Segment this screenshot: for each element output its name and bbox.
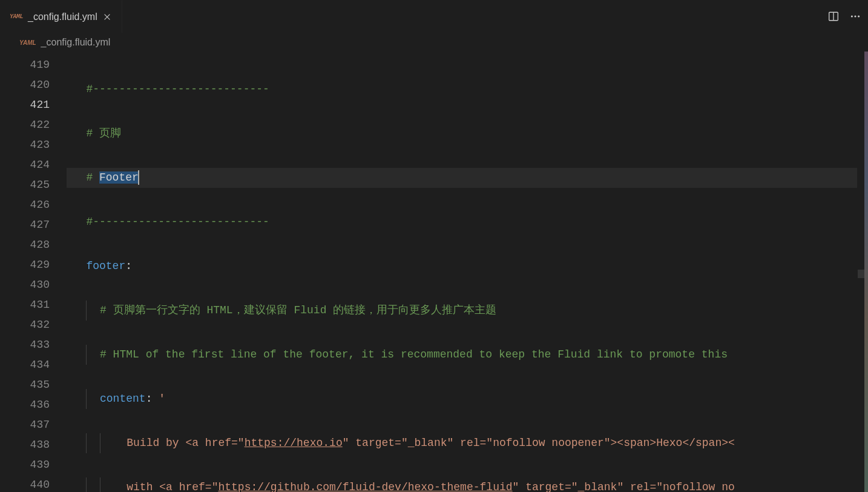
line-number: 438 [0, 435, 67, 455]
code-text: #--------------------------- [86, 216, 269, 228]
file-type-icon: YAML [19, 39, 36, 46]
code-text: https://hexo.io [245, 437, 343, 449]
line-number: 426 [0, 195, 67, 215]
line-number: 440 [0, 475, 67, 492]
editor-area[interactable]: 4194204214224234244254264274284294304314… [0, 52, 868, 492]
code-text: # [86, 171, 99, 184]
line-number: 436 [0, 395, 67, 415]
code-text: footer [86, 260, 125, 272]
line-number: 434 [0, 355, 67, 375]
split-editor-icon[interactable] [828, 11, 839, 22]
line-number: 427 [0, 215, 67, 235]
tab-bar: YAML _config.fluid.yml [0, 0, 868, 33]
line-number: 433 [0, 335, 67, 355]
code-text: " target="_blank" rel="nofollow no [513, 481, 735, 492]
more-icon[interactable] [850, 11, 861, 22]
code-text: content [100, 393, 146, 405]
close-icon[interactable] [102, 12, 112, 22]
code-text: # HTML of the first line of the footer, … [100, 348, 728, 361]
line-number: 429 [0, 255, 67, 275]
minimap-decoration [864, 52, 868, 492]
line-number: 422 [0, 115, 67, 135]
line-number: 421 [0, 95, 67, 115]
svg-point-4 [858, 15, 860, 17]
minimap-viewport-handle[interactable] [858, 270, 864, 278]
line-number: 425 [0, 175, 67, 195]
line-number: 432 [0, 315, 67, 335]
code-text: ' [159, 393, 165, 405]
line-number: 439 [0, 455, 67, 475]
line-number: 420 [0, 75, 67, 95]
code-text: with <a href=" [100, 481, 218, 492]
code-text: #--------------------------- [86, 83, 269, 95]
line-number: 431 [0, 295, 67, 315]
minimap[interactable] [857, 52, 868, 492]
code-text: # [86, 127, 99, 139]
line-number: 423 [0, 135, 67, 155]
code-content[interactable]: #--------------------------- # 页脚 # Foot… [67, 52, 868, 492]
breadcrumb-file: _config.fluid.yml [41, 37, 111, 48]
line-number: 435 [0, 375, 67, 395]
code-text: Build by <a href=" [100, 437, 245, 449]
line-number: 419 [0, 55, 67, 75]
code-text: 页脚 [99, 127, 121, 139]
line-number: 437 [0, 415, 67, 435]
breadcrumb[interactable]: YAML _config.fluid.yml [0, 33, 868, 52]
tab-config-fluid[interactable]: YAML _config.fluid.yml [0, 0, 122, 33]
code-text: # 页脚第一行文字的 HTML，建议保留 Fluid 的链接，用于向更多人推广本… [100, 304, 496, 316]
line-number-gutter: 4194204214224234244254264274284294304314… [0, 52, 67, 492]
tab-label: _config.fluid.yml [28, 12, 97, 22]
line-number: 424 [0, 155, 67, 175]
code-text: " target="_blank" rel="nofollow noopener… [343, 437, 735, 449]
titlebar-actions [828, 0, 868, 33]
line-number: 428 [0, 235, 67, 255]
code-text: https://github.com/fluid-dev/hexo-theme-… [218, 481, 512, 492]
line-number: 430 [0, 275, 67, 295]
file-type-icon: YAML [10, 13, 23, 20]
svg-point-3 [854, 15, 856, 17]
selection: Footer [99, 171, 139, 184]
svg-point-2 [851, 15, 853, 17]
text-cursor [138, 170, 139, 185]
